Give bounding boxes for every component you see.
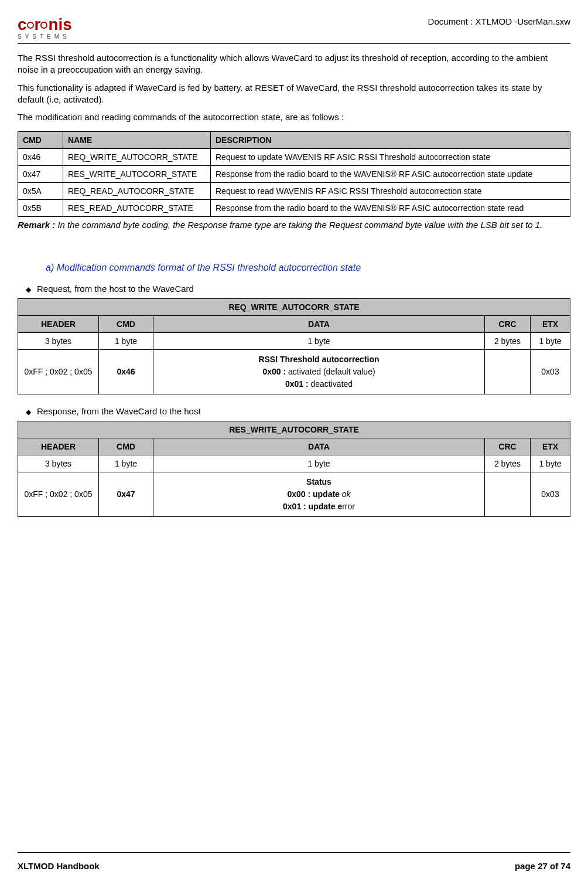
table-row: 0x5B RES_READ_AUTOCORR_STATE Response fr… [18,200,570,217]
table-row: 0x46 REQ_WRITE_AUTOCORR_STATE Request to… [18,149,570,166]
col-crc: CRC [485,438,531,455]
cell-desc: Request to update WAVENIS RF ASIC RSSI T… [211,149,570,166]
cell-cmd: 0x5B [18,200,63,217]
diamond-icon: ◆ [26,285,31,294]
diamond-icon: ◆ [26,408,31,416]
val-data: RSSI Threshold autocorrection 0x00 : act… [153,349,485,394]
size-cmd: 1 byte [99,455,153,472]
val-data: Status 0x00 : update ok 0x01 : update er… [153,472,485,516]
size-header: 3 bytes [18,332,99,349]
cell-cmd: 0x46 [18,149,63,166]
frame-size-row: 3 bytes 1 byte 1 byte 2 bytes 1 byte [18,455,570,472]
cell-name: RES_WRITE_AUTOCORR_STATE [63,166,211,183]
col-crc: CRC [485,315,531,332]
remark-text: In the command byte coding, the Response… [57,220,542,230]
col-data: DATA [153,315,485,332]
bullet-request: ◆ Request, from the host to the WaveCard [26,284,570,294]
cell-desc: Request to read WAVENIS RF ASIC RSSI Thr… [211,183,570,200]
val-cmd: 0x47 [99,472,153,516]
remark: Remark : In the command byte coding, the… [18,219,570,231]
col-description: DESCRIPTION [211,132,570,149]
col-etx: ETX [531,315,570,332]
val-etx: 0x03 [531,349,570,394]
val-etx: 0x03 [531,472,570,516]
cell-name: REQ_WRITE_AUTOCORR_STATE [63,149,211,166]
intro-paragraph-3: The modification and reading commands of… [18,111,570,123]
page-footer: XLTMOD Handbook page 27 of 74 [18,851,570,871]
val-crc [485,472,531,516]
logo-main-text: crnis [18,16,72,33]
size-crc: 2 bytes [485,332,531,349]
size-header: 3 bytes [18,455,99,472]
footer-right: page 27 of 74 [515,861,570,871]
cell-name: RES_READ_AUTOCORR_STATE [63,200,211,217]
res-frame-table: RES_WRITE_AUTOCORR_STATE HEADER CMD DATA… [18,421,570,517]
table-row: 0x47 RES_WRITE_AUTOCORR_STATE Response f… [18,166,570,183]
frame-header-row: HEADER CMD DATA CRC ETX [18,438,570,455]
size-cmd: 1 byte [99,332,153,349]
header-rule [18,43,570,44]
table-row: 0x5A REQ_READ_AUTOCORR_STATE Request to … [18,183,570,200]
cell-name: REQ_READ_AUTOCORR_STATE [63,183,211,200]
cell-desc: Response from the radio board to the WAV… [211,200,570,217]
col-name: NAME [63,132,211,149]
bullet-text: Request, from the host to the WaveCard [37,284,194,294]
size-crc: 2 bytes [485,455,531,472]
col-header: HEADER [18,438,99,455]
intro-paragraph-1: The RSSI threshold autocorrection is a f… [18,52,570,76]
frame-title: REQ_WRITE_AUTOCORR_STATE [18,298,570,315]
remark-label: Remark : [18,220,55,230]
logo: crnis SYSTEMS [18,16,72,40]
logo-sub-text: SYSTEMS [18,34,72,40]
col-etx: ETX [531,438,570,455]
size-data: 1 byte [153,455,485,472]
val-header: 0xFF ; 0x02 ; 0x05 [18,472,99,516]
frame-header-row: HEADER CMD DATA CRC ETX [18,315,570,332]
size-etx: 1 byte [531,332,570,349]
cell-cmd: 0x47 [18,166,63,183]
frame-value-row: 0xFF ; 0x02 ; 0x05 0x47 Status 0x00 : up… [18,472,570,516]
table-header-row: CMD NAME DESCRIPTION [18,132,570,149]
document-id: Document : XTLMOD -UserMan.sxw [428,16,570,26]
size-etx: 1 byte [531,455,570,472]
command-table: CMD NAME DESCRIPTION 0x46 REQ_WRITE_AUTO… [18,131,570,217]
col-cmd: CMD [18,132,63,149]
val-crc [485,349,531,394]
footer-left: XLTMOD Handbook [18,861,100,871]
val-cmd: 0x46 [99,349,153,394]
col-header: HEADER [18,315,99,332]
frame-title: RES_WRITE_AUTOCORR_STATE [18,421,570,438]
cell-cmd: 0x5A [18,183,63,200]
frame-value-row: 0xFF ; 0x02 ; 0x05 0x46 RSSI Threshold a… [18,349,570,394]
frame-size-row: 3 bytes 1 byte 1 byte 2 bytes 1 byte [18,332,570,349]
footer-rule [18,852,570,853]
col-cmd: CMD [99,438,153,455]
cell-desc: Response from the radio board to the WAV… [211,166,570,183]
page-header: crnis SYSTEMS Document : XTLMOD -UserMan… [18,16,570,42]
req-frame-table: REQ_WRITE_AUTOCORR_STATE HEADER CMD DATA… [18,298,570,394]
intro-paragraph-2: This functionality is adapted if WaveCar… [18,82,570,106]
size-data: 1 byte [153,332,485,349]
col-cmd: CMD [99,315,153,332]
section-heading-a: a) Modification commands format of the R… [46,263,570,273]
document-page: crnis SYSTEMS Document : XTLMOD -UserMan… [0,0,588,885]
col-data: DATA [153,438,485,455]
bullet-text: Response, from the WaveCard to the host [37,406,201,416]
val-header: 0xFF ; 0x02 ; 0x05 [18,349,99,394]
bullet-response: ◆ Response, from the WaveCard to the hos… [26,406,570,416]
